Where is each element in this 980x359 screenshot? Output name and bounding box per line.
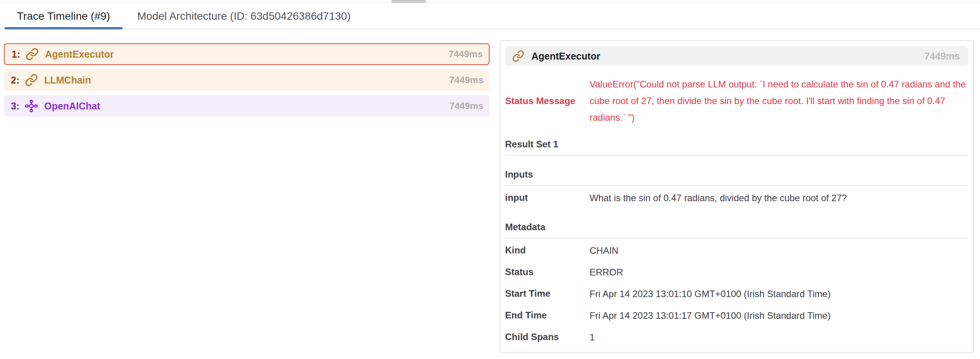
section-heading: Metadata — [505, 222, 968, 232]
detail-sections: Result Set 1 Inputs input What is the si… — [505, 139, 968, 348]
kv-value: 1 — [590, 329, 595, 345]
kv-label: Status — [505, 267, 590, 277]
span-duration: 7449ms — [449, 49, 483, 60]
chain-link-icon — [512, 50, 524, 62]
detail-span-name: AgentExecutor — [531, 51, 600, 62]
kv-row: Child Spans 1 — [505, 326, 968, 348]
span-index: 3: — [11, 101, 19, 112]
span-index: 1: — [12, 49, 20, 60]
detail-header: AgentExecutor 7449ms — [505, 46, 968, 66]
span-detail-panel: AgentExecutor 7449ms Status Message Valu… — [500, 40, 974, 353]
section-rows: input What is the sin of 0.47 radians, d… — [505, 187, 968, 209]
span-name: LLMChain — [44, 75, 91, 86]
tab-label: Model Architecture (ID: 63d50426386d7130… — [137, 10, 351, 22]
status-message-row: Status Message ValueError("Could not par… — [505, 76, 968, 126]
kv-row: Start Time Fri Apr 14 2023 13:01:10 GMT+… — [505, 283, 968, 304]
kv-row: Kind CHAIN — [505, 239, 968, 261]
kv-label: Kind — [505, 245, 590, 256]
section-heading: Inputs — [505, 169, 968, 180]
top-scrollbar-thumb[interactable] — [391, 0, 426, 3]
section-divider — [505, 185, 968, 186]
detail-section: Inputs input What is the sin of 0.47 rad… — [505, 169, 968, 209]
kv-row: End Time Fri Apr 14 2023 13:01:17 GMT+01… — [505, 304, 968, 326]
kv-value: ERROR — [590, 264, 623, 280]
tab-label: Trace Timeline (#9) — [17, 10, 110, 22]
kv-value: What is the sin of 0.47 radians, divided… — [590, 190, 847, 206]
span-duration: 7449ms — [449, 101, 483, 111]
kv-label: input — [505, 192, 590, 203]
span-name: OpenAIChat — [44, 101, 100, 112]
status-message-value: ValueError("Could not parse LLM output: … — [590, 76, 968, 126]
trace-span-row[interactable]: 2: LLMChain 7449ms — [4, 69, 490, 91]
kv-label: Child Spans — [505, 332, 590, 342]
detail-section: Result Set 1 — [505, 139, 968, 156]
kv-value: Fri Apr 14 2023 13:01:17 GMT+0100 (Irish… — [590, 307, 830, 324]
section-rows: Kind CHAIN Status ERROR Start Time Fri A… — [505, 239, 968, 348]
molecule-icon — [25, 99, 38, 113]
section-heading: Result Set 1 — [505, 139, 968, 150]
section-divider — [505, 238, 968, 239]
trace-span-row[interactable]: 3: OpenAIChat 7449ms — [4, 95, 490, 117]
section-divider — [505, 155, 968, 156]
trace-span-row[interactable]: 1: AgentExecutor 7449ms — [4, 43, 490, 65]
kv-value: CHAIN — [590, 242, 619, 259]
chain-link-icon — [26, 48, 39, 61]
span-duration: 7449ms — [449, 75, 483, 85]
kv-row: input What is the sin of 0.47 radians, d… — [505, 187, 968, 209]
top-divider — [0, 0, 980, 3]
tab-model-architecture[interactable]: Model Architecture (ID: 63d50426386d7130… — [122, 4, 365, 29]
tab-trace-timeline[interactable]: Trace Timeline (#9) — [5, 4, 122, 29]
trace-span-list: 1: AgentExecutor 7449ms 2: LLMChain 7449… — [4, 43, 490, 121]
detail-section: Metadata Kind CHAIN Status ERROR Start T… — [505, 222, 968, 348]
status-message-label: Status Message — [505, 96, 590, 106]
detail-span-duration: 7449ms — [924, 51, 960, 62]
kv-label: End Time — [505, 310, 590, 321]
chain-link-icon — [25, 74, 38, 87]
span-name: AgentExecutor — [45, 49, 114, 60]
kv-row: Status ERROR — [505, 261, 968, 283]
kv-label: Start Time — [505, 288, 590, 299]
kv-value: Fri Apr 14 2023 13:01:10 GMT+0100 (Irish… — [590, 285, 830, 302]
span-index: 2: — [11, 75, 19, 86]
tab-bar: Trace Timeline (#9) Model Architecture (… — [0, 4, 980, 29]
